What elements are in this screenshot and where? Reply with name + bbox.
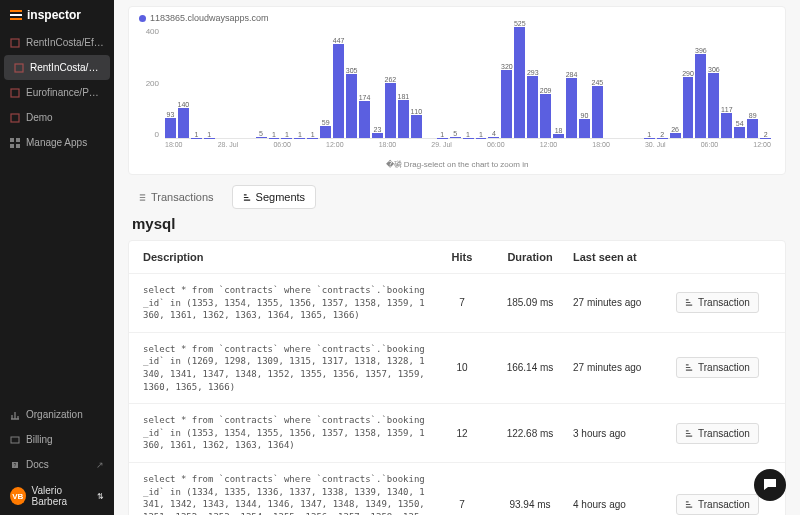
sidebar-item-label: Organization: [26, 409, 83, 420]
bar-value-label: 5: [259, 130, 263, 137]
chart-bar[interactable]: 284: [566, 78, 577, 138]
chart-bar[interactable]: 209: [540, 94, 551, 138]
chart-bar[interactable]: 320: [501, 70, 512, 138]
bar-value-label: 293: [527, 69, 539, 76]
chart-bar[interactable]: 4: [488, 137, 499, 138]
y-tick: 400: [139, 27, 159, 36]
cell-description: select * from `contracts` where `contrac…: [143, 473, 429, 515]
chart-bar[interactable]: 26: [670, 133, 681, 138]
bar-value-label: 140: [178, 101, 190, 108]
chart-bar[interactable]: 447: [333, 44, 344, 139]
table-row: select * from `contracts` where `contrac…: [129, 404, 785, 463]
sidebar-item-manage-apps[interactable]: Manage Apps: [0, 130, 114, 155]
bar-value-label: 284: [566, 71, 578, 78]
sidebar-item-billing[interactable]: Billing: [0, 427, 114, 452]
x-tick: 06:00: [701, 141, 719, 157]
chart-legend[interactable]: 1183865.cloudwaysapps.com: [139, 13, 775, 23]
brand-icon: [10, 10, 22, 20]
x-tick: 06:00: [273, 141, 291, 157]
x-tick: 12:00: [326, 141, 344, 157]
cell-last-seen: 4 hours ago: [573, 499, 668, 510]
x-tick: 29. Jul: [431, 141, 452, 157]
chart-bar[interactable]: 54: [734, 127, 745, 138]
sidebar-item-label: Eurofinance/PROD: [26, 87, 104, 98]
chart-bar[interactable]: 181: [398, 100, 409, 138]
chart-bar[interactable]: 174: [359, 101, 370, 138]
y-tick: 0: [139, 130, 159, 139]
chart-bar[interactable]: 117: [721, 113, 732, 138]
chart-bar[interactable]: 93: [165, 118, 176, 138]
chart-bar[interactable]: 23: [372, 133, 383, 138]
tab-bar: Transactions Segments: [128, 185, 786, 209]
chart-bar[interactable]: 305: [346, 74, 357, 138]
chart-bar[interactable]: 293: [527, 76, 538, 138]
chart-bar[interactable]: 18: [553, 134, 564, 138]
x-tick: 18:00: [165, 141, 183, 157]
legend-label: 1183865.cloudwaysapps.com: [150, 13, 269, 23]
chart-bar[interactable]: 140: [178, 108, 189, 138]
transaction-button[interactable]: Transaction: [676, 494, 759, 515]
bar-value-label: 23: [374, 126, 382, 133]
svg-rect-6: [10, 144, 14, 148]
bar-value-label: 59: [322, 119, 330, 126]
brand-label: inspector: [27, 8, 81, 22]
cell-hits: 7: [437, 499, 487, 510]
cell-duration: 166.14 ms: [495, 362, 565, 373]
sidebar-item-app[interactable]: Eurofinance/PROD: [0, 80, 114, 105]
bar-value-label: 525: [514, 20, 526, 27]
chart-bar[interactable]: 245: [592, 86, 603, 138]
chart-bar[interactable]: 306: [708, 73, 719, 138]
bar-value-label: 110: [410, 108, 422, 115]
sidebar-item-organization[interactable]: Organization: [0, 402, 114, 427]
external-link-icon: ↗: [96, 460, 104, 470]
bar-chart[interactable]: 4002000 93140115111159447305174232621811…: [139, 27, 775, 157]
chart-plot-area[interactable]: 9314011511115944730517423262181110151143…: [165, 27, 771, 139]
bar-value-label: 290: [682, 70, 694, 77]
bar-value-label: 1: [194, 131, 198, 138]
chart-bar[interactable]: 90: [579, 119, 590, 138]
sidebar-item-label: RentInCosta/Sorr…: [30, 62, 100, 73]
transaction-button[interactable]: Transaction: [676, 357, 759, 378]
svg-text:?: ?: [14, 462, 17, 468]
transaction-button[interactable]: Transaction: [676, 423, 759, 444]
chart-bar[interactable]: 262: [385, 83, 396, 138]
chart-bar[interactable]: 396: [695, 54, 706, 138]
chart-bar[interactable]: 525: [514, 27, 525, 138]
app-icon: [14, 63, 24, 73]
svg-rect-0: [11, 39, 19, 47]
transaction-button[interactable]: Transaction: [676, 292, 759, 313]
chat-fab[interactable]: [754, 469, 786, 501]
sidebar-item-app[interactable]: Demo: [0, 105, 114, 130]
user-menu[interactable]: VB Valerio Barbera ⇅: [0, 477, 114, 515]
transaction-button-label: Transaction: [698, 428, 750, 439]
sidebar-item-docs[interactable]: ? Docs ↗: [0, 452, 114, 477]
col-last-seen: Last seen at: [573, 251, 668, 263]
table-header: Description Hits Duration Last seen at: [129, 241, 785, 274]
app-icon: [10, 88, 20, 98]
x-axis: 18:0028. Jul06:0012:0018:0029. Jul06:001…: [165, 141, 771, 157]
chart-card: 1183865.cloudwaysapps.com 4002000 931401…: [128, 6, 786, 175]
sidebar-item-app[interactable]: RentInCosta/Efisio: [0, 30, 114, 55]
cell-hits: 10: [437, 362, 487, 373]
chart-bar[interactable]: 5: [450, 137, 461, 138]
sidebar-item-label: Billing: [26, 434, 53, 445]
bar-value-label: 306: [708, 66, 720, 73]
bar-value-label: 117: [721, 106, 733, 113]
tab-transactions[interactable]: Transactions: [128, 186, 224, 208]
sidebar-item-app[interactable]: RentInCosta/Sorr…: [4, 55, 110, 80]
chart-bar[interactable]: 110: [411, 115, 422, 138]
chart-bar[interactable]: 59: [320, 126, 331, 138]
tab-segments[interactable]: Segments: [232, 185, 317, 209]
chart-bar[interactable]: 5: [256, 137, 267, 138]
svg-rect-7: [16, 144, 20, 148]
brand-logo[interactable]: inspector: [0, 0, 114, 30]
chart-bar[interactable]: 290: [683, 77, 694, 138]
svg-rect-8: [11, 437, 19, 443]
cell-last-seen: 27 minutes ago: [573, 297, 668, 308]
bar-value-label: 262: [385, 76, 397, 83]
chart-bar[interactable]: 89: [747, 119, 758, 138]
x-tick: 06:00: [487, 141, 505, 157]
col-duration: Duration: [495, 251, 565, 263]
col-hits: Hits: [437, 251, 487, 263]
table-row: select * from `contracts` where `contrac…: [129, 333, 785, 404]
